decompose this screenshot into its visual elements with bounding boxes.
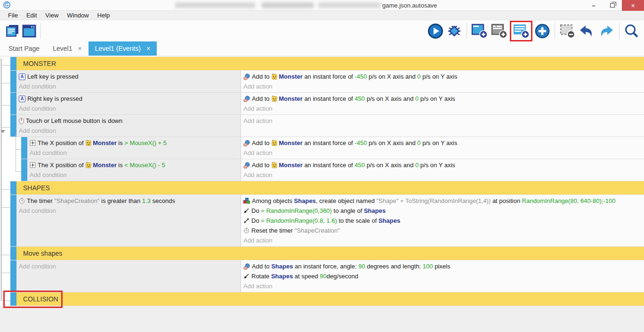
add-condition-button[interactable]: Add condition xyxy=(27,170,241,180)
timer-icon xyxy=(19,198,25,204)
event-group-header[interactable]: SHAPES xyxy=(10,181,644,195)
conditions-cell[interactable]: ALeft key is pressedAdd condition xyxy=(16,71,241,92)
menu-help[interactable]: Help xyxy=(93,12,114,19)
action-line[interactable]: Reset the timer "ShapeCreation" xyxy=(241,226,644,235)
add-condition-button[interactable]: Add condition xyxy=(27,148,241,158)
action-line[interactable]: Do = RandomInRange(0,360) to angle of Sh… xyxy=(241,206,644,216)
minimize-button[interactable]: – xyxy=(584,0,603,11)
add-action-button[interactable]: Add action xyxy=(241,81,644,91)
search-button[interactable] xyxy=(622,23,640,40)
menu-view[interactable]: View xyxy=(41,12,63,19)
add-event-button[interactable] xyxy=(510,21,532,41)
event-row[interactable]: ALeft key is pressedAdd conditionAdd to … xyxy=(10,71,644,93)
text-segment: Add to xyxy=(252,73,271,80)
actions-cell[interactable]: Add to Shapes an instant force, angle: 9… xyxy=(241,260,644,292)
action-line[interactable]: Add to Monster an instant force of -450 … xyxy=(241,138,644,148)
action-line[interactable]: Add to Monster an instant force of -450 … xyxy=(241,72,644,81)
add-condition-button[interactable]: Add condition xyxy=(16,81,241,91)
condition-line[interactable]: The timer "ShapeCreation" is greater tha… xyxy=(16,196,241,206)
event-row[interactable]: The X position of Monster is > MouseX() … xyxy=(21,137,644,159)
group-header-body[interactable]: MONSTER xyxy=(16,57,644,70)
action-line[interactable]: Among objects Shapes, create object name… xyxy=(241,196,644,206)
actions-cell[interactable]: Add to Monster an instant force of 450 p… xyxy=(241,93,644,114)
event-row[interactable]: ARight key is pressedAdd conditionAdd to… xyxy=(10,93,644,115)
condition-line[interactable]: Touch or Left mouse button is down xyxy=(16,116,241,126)
conditions-cell[interactable]: The X position of Monster is > MouseX() … xyxy=(27,137,241,159)
force-icon xyxy=(243,73,250,80)
event-row[interactable]: Add conditionAdd to Shapes an instant fo… xyxy=(10,260,644,292)
conditions-cell[interactable]: The X position of Monster is < MouseX() … xyxy=(27,159,241,181)
position-icon xyxy=(30,162,36,168)
add-action-button[interactable]: Add action xyxy=(241,148,644,158)
delete-event-button[interactable] xyxy=(558,23,577,39)
actions-cell[interactable]: Among objects Shapes, create object name… xyxy=(241,195,644,246)
action-line[interactable]: Add to Shapes an instant force, angle: 9… xyxy=(241,261,644,271)
event-group-header[interactable]: MONSTER xyxy=(10,57,644,71)
event-group-header-highlighted[interactable]: COLLISION xyxy=(10,292,644,306)
text-segment: p/s on Y axis xyxy=(421,139,458,146)
group-header-body[interactable]: COLLISION xyxy=(16,292,644,306)
close-icon[interactable]: × xyxy=(78,45,81,52)
play-icon xyxy=(427,23,443,39)
undo-button[interactable] xyxy=(577,23,596,39)
condition-line[interactable]: ALeft key is pressed xyxy=(16,72,241,81)
close-icon[interactable]: × xyxy=(146,45,150,52)
menu-edit[interactable]: Edit xyxy=(22,12,41,19)
tab-level1[interactable]: Level1× xyxy=(46,41,88,56)
event-color-bar xyxy=(10,71,16,92)
event-row[interactable]: The X position of Monster is < MouseX() … xyxy=(21,159,644,181)
group-header-body[interactable]: SHAPES xyxy=(16,181,644,194)
add-action-button[interactable]: Add action xyxy=(241,170,644,180)
action-line[interactable]: Add to Monster an instant force of 450 p… xyxy=(241,94,644,104)
text-segment: an instant force of xyxy=(303,162,355,169)
condition-line[interactable]: The X position of Monster is < MouseX() … xyxy=(27,160,241,170)
close-button[interactable]: × xyxy=(622,0,644,11)
redacted-title-segment xyxy=(318,2,380,8)
condition-line[interactable]: The X position of Monster is > MouseX() … xyxy=(27,138,241,148)
add-action-button[interactable]: Add action xyxy=(241,116,644,126)
group-header-body[interactable]: Move shapes xyxy=(16,247,644,260)
text-segment: The X position of xyxy=(38,139,85,146)
mouse-icon xyxy=(19,118,24,124)
add-condition-button[interactable]: Add condition xyxy=(16,261,241,271)
action-line[interactable]: Do = RandomInRange(0.8, 1.6) to the scal… xyxy=(241,216,644,226)
project-manager-button[interactable] xyxy=(4,24,21,38)
redo-button[interactable] xyxy=(596,23,616,39)
add-action-button[interactable]: Add action xyxy=(241,281,644,291)
collapse-arrow-icon[interactable] xyxy=(0,130,5,133)
conditions-cell[interactable]: The timer "ShapeCreation" is greater tha… xyxy=(16,195,241,246)
event-row[interactable]: Touch or Left mouse button is downAdd co… xyxy=(10,115,644,137)
debug-button[interactable] xyxy=(445,23,464,40)
actions-cell[interactable]: Add to Monster an instant force of -450 … xyxy=(241,137,644,159)
actions-cell[interactable]: Add to Monster an instant force of -450 … xyxy=(241,71,644,92)
add-action-button[interactable]: Add action xyxy=(241,235,644,245)
add-condition-button[interactable]: Add condition xyxy=(16,206,241,216)
actions-cell[interactable]: Add action xyxy=(241,115,644,137)
menu-window[interactable]: Window xyxy=(63,12,93,19)
event-group-header[interactable]: Move shapes xyxy=(10,247,644,260)
add-condition-button[interactable]: Add condition xyxy=(16,104,241,113)
add-group-button[interactable] xyxy=(490,23,509,39)
maximize-button[interactable] xyxy=(603,0,622,11)
redacted-title-segment xyxy=(175,2,255,8)
condition-line[interactable]: ARight key is pressed xyxy=(16,94,241,104)
add-object-button[interactable] xyxy=(470,23,490,39)
event-row[interactable]: The timer "ShapeCreation" is greater tha… xyxy=(10,195,644,247)
text-segment: Shapes xyxy=(294,197,316,204)
add-subevent-button[interactable] xyxy=(533,23,552,40)
add-action-button[interactable]: Add action xyxy=(241,104,644,113)
group-label: MONSTER xyxy=(23,60,56,67)
tab-start-page[interactable]: Start Page xyxy=(2,41,46,56)
menu-file[interactable]: File xyxy=(4,12,22,19)
action-line[interactable]: Rotate Shapes at speed 90deg/second xyxy=(241,271,644,281)
start-page-button[interactable] xyxy=(21,24,38,38)
conditions-cell[interactable]: Add condition xyxy=(16,260,241,292)
actions-cell[interactable]: Add to Monster an instant force of 450 p… xyxy=(241,159,644,181)
action-line[interactable]: Add to Monster an instant force of 450 p… xyxy=(241,160,644,170)
keyboard-icon: A xyxy=(19,73,25,80)
conditions-cell[interactable]: ARight key is pressedAdd condition xyxy=(16,93,241,114)
tab-level1-events-[interactable]: Level1 (Events)× xyxy=(89,41,157,56)
add-condition-button[interactable]: Add condition xyxy=(16,126,241,136)
conditions-cell[interactable]: Touch or Left mouse button is downAdd co… xyxy=(16,115,241,137)
play-button[interactable] xyxy=(426,23,445,40)
